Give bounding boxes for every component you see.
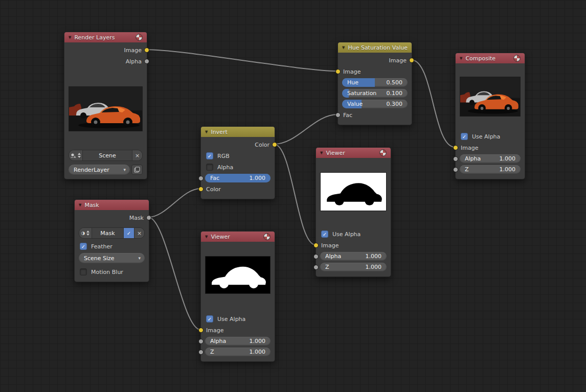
image-input-socket[interactable]: [198, 328, 204, 333]
alpha-field-row: Alpha 1.000: [456, 153, 525, 164]
feather-checkbox[interactable]: ✓: [80, 243, 87, 250]
node-invert[interactable]: ▼ Invert Color ✓ RGB Alpha Fac 1.000: [200, 126, 275, 199]
color-output-socket[interactable]: [272, 142, 277, 147]
new-layer-button[interactable]: [131, 165, 143, 175]
render-layer-value: RenderLayer: [69, 167, 109, 173]
field-label: Z: [205, 349, 214, 355]
invert-header[interactable]: ▼ Invert: [201, 127, 275, 137]
node-title: Composite: [465, 55, 495, 62]
output-row-image: Image: [64, 44, 147, 56]
fac-slider-row: Fac 1.000: [201, 173, 275, 183]
use-alpha-checkbox[interactable]: ✓: [206, 315, 213, 322]
z-field-row: Z 1.000: [201, 347, 275, 357]
mask-browse-button[interactable]: ◑: [79, 228, 92, 238]
check-icon: ✓: [323, 232, 327, 237]
viewer-header[interactable]: ▼ Viewer: [201, 232, 275, 242]
checkbox-label: Use Alpha: [217, 316, 245, 322]
slider-label: Fac: [205, 175, 219, 181]
field-label: Alpha: [460, 155, 481, 162]
z-number-field[interactable]: Z 1.000: [460, 165, 521, 174]
z-number-field[interactable]: Z 1.000: [320, 263, 387, 271]
collapse-arrow-icon[interactable]: ▼: [342, 46, 345, 50]
collapse-arrow-icon[interactable]: ▼: [69, 36, 71, 39]
hsv-header[interactable]: ▼ Hue Saturation Value: [338, 42, 412, 53]
alpha-input-socket[interactable]: [453, 156, 458, 162]
fac-slider[interactable]: Fac 1.000: [205, 174, 271, 182]
unlink-scene-button[interactable]: ×: [132, 150, 142, 160]
field-value: 1.000: [250, 338, 271, 344]
saturation-slider-row: Saturation 0.100: [338, 88, 412, 99]
unlink-mask-button[interactable]: ×: [134, 228, 144, 238]
composite-header[interactable]: ▼ Composite: [456, 53, 525, 63]
value-slider[interactable]: Value 0.300: [342, 100, 408, 108]
node-viewer-bottom[interactable]: ▼ Viewer ✓ Use Alpha: [200, 231, 275, 362]
motion-blur-checkbox[interactable]: [80, 268, 87, 275]
viewer-header[interactable]: ▼ Viewer: [316, 148, 391, 158]
mask-selector[interactable]: ◑ Mask ✓ ×: [79, 227, 145, 239]
node-editor-canvas[interactable]: ▼ Render Layers Image Alpha: [0, 0, 586, 392]
use-alpha-checkbox[interactable]: ✓: [461, 133, 468, 140]
noodle-invert-to-viewer: [274, 144, 315, 245]
collapse-arrow-icon[interactable]: ▼: [205, 235, 208, 239]
alpha-output-socket[interactable]: [144, 59, 149, 64]
saturation-slider[interactable]: Saturation 0.100: [342, 89, 408, 98]
color-input-socket[interactable]: [198, 187, 204, 192]
alpha-input-socket[interactable]: [198, 339, 204, 344]
image-input-socket[interactable]: [453, 145, 458, 150]
image-output-socket[interactable]: [144, 48, 149, 53]
alpha-number-field[interactable]: Alpha 1.000: [205, 337, 271, 345]
node-hue-saturation-value[interactable]: ▼ Hue Saturation Value Image Image Hue 0…: [337, 42, 412, 125]
input-row-image: Image: [456, 142, 525, 153]
fac-input-socket[interactable]: [198, 176, 204, 181]
alpha-checkbox[interactable]: [206, 164, 213, 171]
render-layer-dropdown[interactable]: RenderLayer ▾: [69, 165, 130, 175]
hue-slider[interactable]: Hue 0.500: [342, 78, 408, 87]
z-field-row: Z 1.000: [456, 164, 525, 175]
z-input-socket[interactable]: [313, 265, 319, 270]
chevron-down-icon: ▾: [123, 167, 130, 172]
image-input-socket[interactable]: [313, 243, 319, 248]
fake-user-shield-toggle[interactable]: ✓: [123, 228, 134, 238]
collapse-arrow-icon[interactable]: ▼: [460, 57, 462, 60]
image-output-socket[interactable]: [409, 58, 414, 63]
field-value: 1.000: [500, 155, 521, 162]
z-number-field[interactable]: Z 1.000: [205, 348, 271, 356]
use-alpha-row: ✓ Use Alpha: [316, 228, 391, 240]
collapse-arrow-icon[interactable]: ▼: [320, 151, 323, 155]
use-alpha-checkbox[interactable]: ✓: [321, 230, 328, 238]
mask-header[interactable]: ▼ Mask: [75, 200, 149, 210]
alpha-input-socket[interactable]: [313, 254, 319, 259]
z-input-socket[interactable]: [453, 167, 458, 172]
composite-preview-image: [460, 77, 521, 117]
input-row-color: Color: [201, 183, 275, 195]
scene-browse-button[interactable]: [69, 150, 83, 160]
z-input-socket[interactable]: [198, 350, 204, 355]
mask-output-socket[interactable]: [146, 215, 151, 220]
node-composite[interactable]: ▼ Composite: [455, 53, 525, 179]
node-render-layers[interactable]: ▼ Render Layers Image Alpha: [64, 32, 147, 179]
alpha-number-field[interactable]: Alpha 1.000: [320, 252, 387, 261]
mask-icon: ◑: [81, 230, 85, 236]
fac-input-socket[interactable]: [335, 112, 341, 118]
checkbox-label: Use Alpha: [472, 133, 500, 140]
node-viewer-right[interactable]: ▼ Viewer ✓ Use Alpha: [315, 147, 391, 277]
collapse-arrow-icon[interactable]: ▼: [205, 130, 208, 134]
size-source-dropdown[interactable]: Scene Size ▾: [79, 253, 145, 263]
mask-name-field[interactable]: Mask: [92, 228, 123, 238]
alpha-number-field[interactable]: Alpha 1.000: [460, 154, 521, 163]
scene-selector[interactable]: Scene ×: [69, 150, 143, 161]
chevron-down-icon: ▾: [138, 256, 145, 261]
field-label: Alpha: [205, 338, 226, 344]
render-layers-header[interactable]: ▼ Render Layers: [64, 32, 147, 42]
node-mask[interactable]: ▼ Mask Mask ◑ Mask ✓ × ✓ Feather: [74, 199, 149, 282]
preview-sphere-icon: [263, 233, 271, 240]
input-row-image: Image: [316, 240, 391, 251]
node-title: Viewer: [211, 234, 230, 240]
socket-label: Color: [206, 186, 221, 193]
image-input-socket[interactable]: [335, 69, 341, 74]
scene-name-field[interactable]: Scene: [83, 150, 132, 160]
check-icon: ✓: [462, 134, 466, 140]
browse-arrows-icon: [86, 230, 89, 236]
rgb-checkbox[interactable]: ✓: [206, 152, 213, 159]
collapse-arrow-icon[interactable]: ▼: [79, 203, 81, 207]
